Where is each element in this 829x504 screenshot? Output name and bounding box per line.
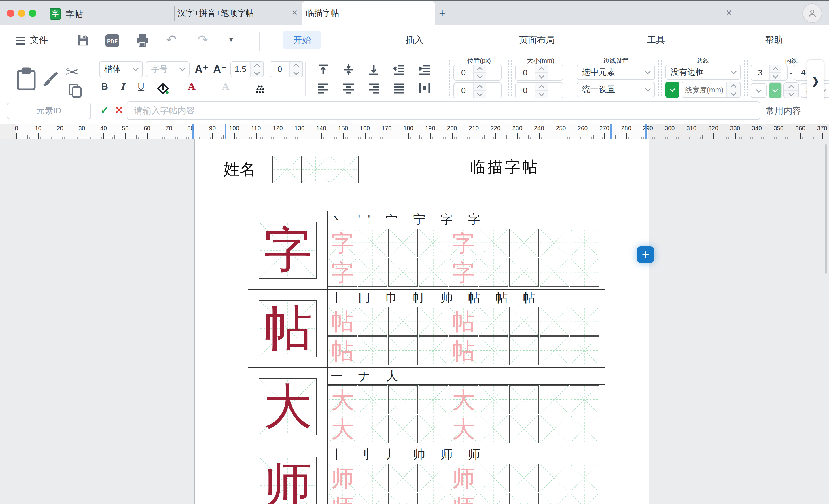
add-element-fab[interactable]: + <box>637 246 654 263</box>
practice-cell[interactable] <box>388 464 418 492</box>
cancel-icon[interactable]: ✕ <box>115 104 123 116</box>
sheet-title[interactable]: 临描字帖 <box>470 157 539 178</box>
practice-cell[interactable] <box>509 415 539 443</box>
practice-cell[interactable]: 字 <box>449 229 478 257</box>
practice-cell[interactable] <box>388 493 418 504</box>
practice-cell[interactable] <box>509 493 539 504</box>
practice-cell[interactable] <box>388 415 418 443</box>
practice-cell[interactable]: 大 <box>328 415 357 443</box>
font-size-select[interactable]: 字号 <box>146 61 189 77</box>
practice-cell[interactable] <box>509 464 539 492</box>
increase-font-button[interactable]: A⁺ <box>195 63 209 75</box>
practice-cell[interactable] <box>540 464 569 492</box>
print-button[interactable] <box>135 33 150 48</box>
example-char-cell[interactable]: 大 <box>248 368 328 446</box>
practice-cell[interactable] <box>479 258 508 287</box>
border-style-select[interactable]: 没有边框 <box>665 65 741 80</box>
bold-button[interactable]: B <box>101 81 108 92</box>
border-width-spinner[interactable] <box>682 82 741 98</box>
position-x-spinner[interactable] <box>454 65 502 81</box>
practice-cell[interactable] <box>358 415 388 443</box>
menu-tab-help[interactable]: 帮助 <box>765 34 783 46</box>
inner-line-style-select[interactable] <box>751 83 767 98</box>
practice-cell[interactable] <box>479 307 508 335</box>
export-pdf-button[interactable]: PDF <box>104 33 120 48</box>
italic-button[interactable]: I <box>120 81 125 92</box>
practice-cell[interactable] <box>419 336 448 365</box>
ruler-selection-marker[interactable] <box>645 124 647 140</box>
name-grid[interactable] <box>273 155 359 183</box>
save-button[interactable] <box>75 33 91 48</box>
practice-cell[interactable] <box>540 307 569 335</box>
practice-cell[interactable] <box>358 307 388 335</box>
ruler-selection-marker[interactable] <box>192 124 193 140</box>
border-target-select[interactable]: 选中元素 <box>577 65 655 80</box>
account-avatar[interactable] <box>802 3 822 23</box>
practice-cell[interactable] <box>358 229 388 257</box>
expand-toolbar-button[interactable]: ❯ <box>806 59 824 103</box>
align-center-icon[interactable] <box>341 81 355 95</box>
practice-cell[interactable] <box>570 307 599 335</box>
cut-button[interactable]: ✂ <box>66 63 79 81</box>
practice-cell[interactable]: 帖 <box>449 307 478 335</box>
practice-cell[interactable] <box>509 229 539 257</box>
copy-button[interactable] <box>67 82 83 99</box>
align-middle-icon[interactable] <box>341 63 355 77</box>
practice-cell[interactable] <box>419 415 448 443</box>
outdent-icon[interactable] <box>392 63 406 77</box>
practice-cell[interactable] <box>570 336 599 365</box>
practice-cell[interactable] <box>479 464 508 492</box>
font-color-button[interactable]: A <box>188 81 195 92</box>
practice-row[interactable]: 字丶 冖 宀 宁 字 字字字字字 <box>248 211 605 290</box>
practice-cell[interactable] <box>388 307 418 335</box>
canvas-area[interactable]: 姓名 临描字帖 字丶 冖 宀 宁 字 字字字字字帖丨 冂 巾 帄 帅 帖 帖 帖… <box>0 139 829 504</box>
practice-cell[interactable] <box>388 336 418 365</box>
border-color-button[interactable] <box>665 82 679 98</box>
practice-cell[interactable] <box>509 258 539 287</box>
char-spacing-spinner[interactable] <box>269 61 303 77</box>
practice-cell[interactable] <box>419 229 448 257</box>
indent-icon[interactable] <box>418 63 432 77</box>
example-char-cell[interactable]: 字 <box>248 211 328 289</box>
practice-cell[interactable]: 大 <box>449 415 478 443</box>
practice-cell[interactable]: 师 <box>449 493 478 504</box>
practice-cell[interactable] <box>570 229 599 257</box>
file-menu[interactable]: 文件 <box>30 34 48 46</box>
line-height-spinner[interactable] <box>230 61 264 77</box>
example-char-cell[interactable]: 帖 <box>248 290 328 367</box>
practice-cell[interactable] <box>358 493 388 504</box>
menu-tab-page-layout[interactable]: 页面布局 <box>519 34 555 46</box>
practice-cell[interactable] <box>419 307 448 335</box>
practice-cell[interactable] <box>479 336 508 365</box>
practice-cell[interactable]: 帖 <box>328 307 357 335</box>
close-window-button[interactable] <box>7 9 14 17</box>
example-char-cell[interactable]: 师 <box>248 446 328 504</box>
practice-cell[interactable] <box>570 415 599 443</box>
common-content-link[interactable]: 常用内容 <box>766 105 801 117</box>
practice-cell[interactable]: 师 <box>328 464 357 492</box>
new-tab-button[interactable]: + <box>439 7 445 19</box>
menu-tab-insert[interactable]: 插入 <box>405 34 424 46</box>
practice-row[interactable]: 帖丨 冂 巾 帄 帅 帖 帖 帖帖帖帖帖 <box>248 290 605 368</box>
practice-cell[interactable] <box>509 385 539 414</box>
format-painter-button[interactable] <box>41 70 59 89</box>
practice-cell[interactable]: 帖 <box>449 336 478 365</box>
name-cell[interactable] <box>273 156 301 183</box>
element-id-button[interactable]: 元素ID <box>7 103 91 119</box>
practice-row[interactable]: 大一 ナ 大大大大大 <box>248 368 605 446</box>
practice-cell[interactable]: 师 <box>449 464 478 492</box>
practice-cell[interactable] <box>479 493 508 504</box>
practice-cell[interactable] <box>540 415 569 443</box>
name-cell[interactable] <box>330 156 358 183</box>
hamburger-menu-icon[interactable] <box>15 35 25 47</box>
align-top-icon[interactable] <box>316 63 330 77</box>
confirm-icon[interactable]: ✓ <box>100 104 109 116</box>
practice-cell[interactable] <box>358 336 388 365</box>
practice-cell[interactable] <box>419 493 448 504</box>
practice-cell[interactable] <box>540 493 569 504</box>
zoom-window-button[interactable] <box>29 9 36 17</box>
practice-cell[interactable] <box>540 229 569 257</box>
vertical-scrollbar[interactable] <box>825 144 827 274</box>
practice-cell[interactable] <box>540 336 569 365</box>
practice-cell[interactable]: 大 <box>328 385 357 414</box>
